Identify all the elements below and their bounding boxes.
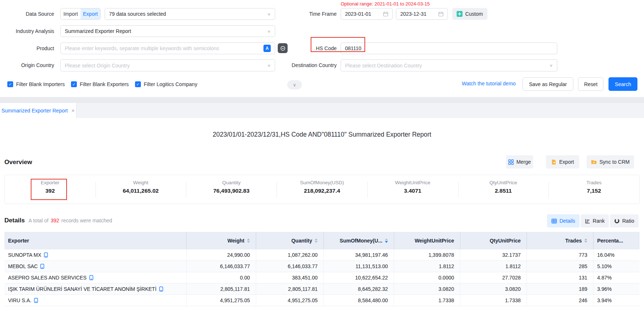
exporter-cell[interactable]: MEBOL SAC <box>4 261 187 272</box>
qty-unit-price-cell: 1.7338 <box>460 295 527 306</box>
checkbox-label: Filter Logitics Company <box>144 81 197 87</box>
report-tab-bar: Summarized Exporter Report × <box>0 103 644 118</box>
stat-value: 218,092,237.4 <box>277 188 367 194</box>
hs-code-value: 081110 <box>345 45 362 51</box>
merge-label: Merge <box>516 159 531 165</box>
overview-stats-card: Exporter 392 Weight 64,011,265.02 Quanti… <box>4 175 640 204</box>
quantity-cell: 1,087,262.00 <box>256 249 324 260</box>
stat-value: 2.8511 <box>458 188 549 194</box>
import-toggle[interactable]: Import <box>61 8 80 19</box>
weight-cell: 2,805,117.81 <box>187 284 256 295</box>
destination-country-select[interactable]: Please select Destination Country ∨ <box>341 59 557 71</box>
tab-close-icon[interactable]: × <box>71 107 75 114</box>
tutorial-demo-link[interactable]: Watch the tutorial demo <box>462 81 516 86</box>
view-rank-button[interactable]: Rank <box>581 214 609 227</box>
calendar-icon <box>383 11 388 16</box>
view-details-button[interactable]: Details <box>547 214 580 227</box>
exporter-cell[interactable]: ASEPRO SALES AND SERVICES <box>4 272 187 283</box>
sum-of-money-cell: 34,981,197.46 <box>324 249 394 260</box>
exporter-name[interactable]: VIRU S.A. <box>8 297 31 303</box>
product-input[interactable]: Please enter keywords, separate multiple… <box>60 42 275 54</box>
trades-cell: 131 <box>527 272 594 283</box>
date-end-input[interactable]: 2023-12-31 <box>396 8 448 20</box>
checkbox-label: Filter Blank Importers <box>16 81 65 87</box>
save-as-regular-button[interactable]: Save as Regular <box>523 77 573 91</box>
filter-blank-exporters-checkbox[interactable]: ✓ Filter Blank Exporters <box>71 81 129 87</box>
exporter-name[interactable]: IŞIK TARIM ÜRÜNLERİ SANAYİ VE TİCARET AN… <box>8 286 157 292</box>
stat-label: Trades <box>548 180 639 185</box>
qty-unit-price-cell: 32.1737 <box>460 249 527 260</box>
contact-icon[interactable] <box>89 275 93 280</box>
contact-icon[interactable] <box>40 264 44 269</box>
tab-label: Summarized Exporter Report <box>1 108 68 114</box>
export-button[interactable]: Export <box>546 155 579 169</box>
column-header-trades[interactable]: Trades <box>527 232 594 249</box>
trade-data-app: Optional range: 2021-01-01 to 2024-03-15… <box>0 0 644 311</box>
exporter-name[interactable]: MEBOL SAC <box>8 263 38 269</box>
column-header-quantity[interactable]: Quantity <box>256 232 324 249</box>
origin-country-placeholder: Please select Origin Country <box>65 63 130 69</box>
table-header-row: Exporter Weight Quantity SumOfMoney(U...… <box>4 232 640 249</box>
column-header-weight[interactable]: Weight <box>187 232 256 249</box>
collapse-filters-button[interactable]: ∨ <box>287 80 302 89</box>
exporter-name[interactable]: ASEPRO SALES AND SERVICES <box>8 275 87 281</box>
data-sources-select[interactable]: 79 data sources selected ∨ <box>105 8 275 20</box>
hs-code-input[interactable]: 081110 <box>341 42 557 54</box>
sort-icon <box>247 238 250 243</box>
exporter-cell[interactable]: IŞIK TARIM ÜRÜNLERİ SANAYİ VE TİCARET AN… <box>4 284 187 295</box>
checkbox-check-icon: ✓ <box>135 81 141 87</box>
industry-analysis-select[interactable]: Summarized Exporter Report ∨ <box>60 25 275 37</box>
weight-unit-price-cell: 1,399.8078 <box>394 249 460 260</box>
summary-prefix: A total of <box>29 218 48 223</box>
exporter-cell[interactable]: SUNOPTA MX <box>4 249 187 260</box>
origin-country-select[interactable]: Please select Origin Country ∨ <box>60 59 275 71</box>
filter-logistics-company-checkbox[interactable]: ✓ Filter Logitics Company <box>135 81 197 87</box>
tab-summarized-exporter-report[interactable]: Summarized Exporter Report × <box>0 103 76 118</box>
weight-cell: 24,990.00 <box>187 249 256 260</box>
summary-suffix: records were matched <box>61 218 112 223</box>
reset-button[interactable]: Reset <box>578 77 603 91</box>
export-toggle[interactable]: Export <box>80 8 100 19</box>
view-ratio-button[interactable]: Ratio <box>610 214 639 227</box>
column-header-qty-unit-price: QtyUnitPrice <box>460 232 527 249</box>
date-start-value: 2023-01-01 <box>345 11 371 17</box>
stat-label: Exporter <box>5 180 96 185</box>
contact-icon[interactable] <box>34 298 38 303</box>
table-icon <box>551 219 557 223</box>
stat-qty-unit-price: QtyUnitPrice 2.8511 <box>458 175 549 204</box>
view-label: Ratio <box>622 218 634 224</box>
optional-range-text: Optional range: 2021-01-01 to 2024-03-15 <box>341 1 430 7</box>
qty-unit-price-cell: 1.8112 <box>460 261 527 272</box>
exporter-cell[interactable]: VIRU S.A. <box>4 295 187 306</box>
filter-blank-importers-checkbox[interactable]: ✓ Filter Blank Importers <box>7 81 65 87</box>
checkbox-check-icon: ✓ <box>7 81 13 87</box>
percentage-cell: 16.04% <box>594 249 640 260</box>
calendar-icon <box>438 11 443 16</box>
stat-label: WeightUnitPrice <box>367 180 458 185</box>
sum-of-money-cell: 10,622,654.22 <box>324 272 394 283</box>
exporter-name[interactable]: SUNOPTA MX <box>8 252 41 258</box>
stat-value: 7,152 <box>548 188 639 194</box>
stat-exporter: Exporter 392 <box>5 175 96 204</box>
trades-cell: 285 <box>527 261 594 272</box>
custom-label: Custom <box>465 11 483 17</box>
stat-value: 3.4071 <box>367 188 458 194</box>
contact-icon[interactable] <box>44 252 48 258</box>
merge-button[interactable]: Merge <box>506 155 533 169</box>
stat-weight: Weight 64,011,265.02 <box>96 175 186 204</box>
table-row: SUNOPTA MX 24,990.00 1,087,262.00 34,981… <box>4 249 640 261</box>
stat-label: Quantity <box>186 180 277 185</box>
checkbox-label: Filter Blank Exporters <box>80 81 129 87</box>
translate-icon[interactable]: A <box>263 45 271 52</box>
percentage-cell: 3.96% <box>594 284 640 295</box>
sort-icon <box>584 238 587 243</box>
contact-icon[interactable] <box>159 286 163 292</box>
column-header-sum-of-money[interactable]: SumOfMoney(U... <box>324 232 394 249</box>
search-button[interactable]: Search <box>609 77 637 91</box>
custom-range-button[interactable]: Custom <box>452 8 487 20</box>
destination-country-label: Destination Country <box>267 59 337 71</box>
summary-count: 392 <box>50 218 59 223</box>
data-sources-value: 79 data sources selected <box>109 11 166 17</box>
sync-to-crm-button[interactable]: Sync to CRM <box>587 155 634 169</box>
date-start-input[interactable]: 2023-01-01 <box>341 8 393 20</box>
